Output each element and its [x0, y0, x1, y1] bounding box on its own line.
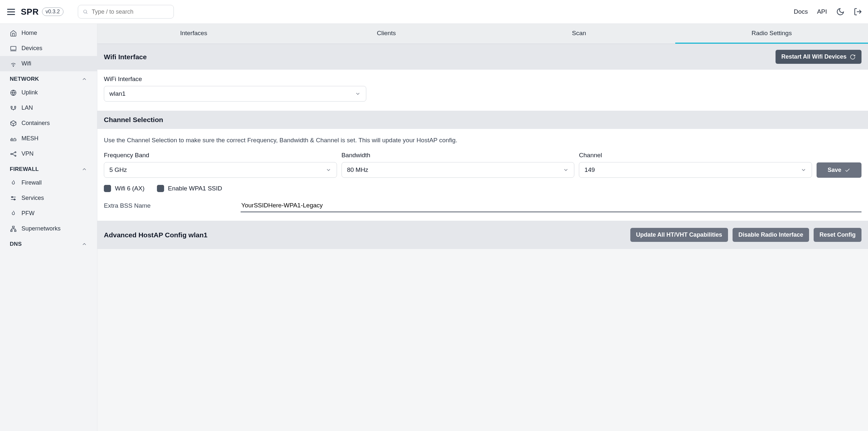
- logout-button[interactable]: [854, 7, 862, 16]
- main-content: Interfaces Clients Scan Radio Settings W…: [97, 24, 868, 431]
- flame-icon: [10, 179, 17, 187]
- search-box[interactable]: [78, 5, 174, 19]
- wpa1-label: Enable WPA1 SSID: [168, 185, 222, 192]
- svg-rect-20: [14, 230, 16, 232]
- search-icon: [83, 9, 88, 14]
- svg-point-0: [83, 10, 86, 13]
- save-button[interactable]: Save: [816, 162, 862, 178]
- svg-rect-19: [11, 230, 12, 232]
- sidebar-item-label: Home: [22, 30, 37, 36]
- svg-rect-18: [12, 226, 14, 227]
- sidebar: Home Devices Wifi NETWORK Uplink LAN Con…: [0, 24, 97, 431]
- svg-point-5: [13, 66, 14, 66]
- svg-point-11: [11, 153, 12, 155]
- network-icon: [10, 150, 17, 158]
- docs-link[interactable]: Docs: [794, 8, 808, 15]
- bandwidth-select[interactable]: 80 MHz: [342, 162, 575, 178]
- reset-config-button[interactable]: Reset Config: [814, 228, 862, 242]
- chevron-down-icon: [563, 167, 569, 173]
- tab-scan[interactable]: Scan: [483, 24, 676, 43]
- svg-point-13: [15, 155, 16, 156]
- sidebar-item-lan[interactable]: LAN: [0, 100, 97, 116]
- sidebar-item-services[interactable]: Services: [0, 190, 97, 206]
- channel-value: 149: [584, 166, 595, 174]
- channel-selection-hint: Use the Channel Selection to make sure t…: [97, 129, 868, 152]
- check-icon: [844, 167, 850, 173]
- sitemap-icon: [10, 225, 17, 233]
- advanced-buttons: Update All HT/VHT Capabilities Disable R…: [630, 228, 862, 242]
- update-capabilities-button[interactable]: Update All HT/VHT Capabilities: [630, 228, 728, 242]
- theme-toggle-button[interactable]: [836, 7, 844, 16]
- frequency-band-value: 5 GHz: [110, 166, 127, 174]
- disable-radio-button[interactable]: Disable Radio Interface: [733, 228, 809, 242]
- sidebar-item-label: Firewall: [22, 179, 42, 186]
- sidebar-item-vpn[interactable]: VPN: [0, 146, 97, 161]
- tab-clients[interactable]: Clients: [290, 24, 483, 43]
- sidebar-section-dns[interactable]: DNS: [0, 236, 97, 250]
- channel-selection-row: Frequency Band 5 GHz Bandwidth 80 MHz: [97, 152, 868, 185]
- sidebar-item-label: VPN: [22, 150, 34, 157]
- sidebar-item-label: LAN: [22, 104, 33, 111]
- chevron-up-icon: [82, 76, 87, 82]
- save-label: Save: [828, 167, 841, 174]
- wifi6-label: Wifi 6 (AX): [115, 185, 145, 192]
- extra-bss-label: Extra BSS Name: [104, 202, 227, 209]
- checkbox-box: [157, 185, 164, 192]
- bandwidth-value: 80 MHz: [347, 166, 368, 174]
- refresh-icon: [850, 54, 856, 60]
- wifi6-checkbox[interactable]: Wifi 6 (AX): [104, 185, 145, 192]
- checkbox-row: Wifi 6 (AX) Enable WPA1 SSID: [97, 185, 868, 199]
- sidebar-item-mesh[interactable]: MESH: [0, 131, 97, 146]
- sidebar-section-label: FIREWALL: [10, 166, 39, 173]
- sidebar-item-label: Services: [22, 195, 44, 202]
- hamburger-menu-button[interactable]: [6, 7, 16, 16]
- home-icon: [10, 30, 17, 37]
- sidebar-item-supernetworks[interactable]: Supernetworks: [0, 221, 97, 236]
- tab-radio-settings[interactable]: Radio Settings: [675, 24, 868, 43]
- wifi-interface-header: Wifi Interface Restart All Wifi Devices: [97, 44, 868, 70]
- chevron-down-icon: [326, 167, 332, 173]
- box-icon: [10, 120, 17, 127]
- laptop-icon: [10, 45, 17, 52]
- wifi-interface-title: Wifi Interface: [104, 53, 147, 61]
- restart-wifi-button[interactable]: Restart All Wifi Devices: [776, 50, 862, 64]
- topbar: SPR v0.3.2 Docs API: [0, 0, 868, 24]
- search-input[interactable]: [91, 8, 169, 16]
- wifi-interface-label: WiFi Interface: [104, 75, 862, 83]
- sidebar-item-containers[interactable]: Containers: [0, 116, 97, 131]
- svg-rect-3: [11, 46, 16, 50]
- svg-point-10: [13, 140, 13, 140]
- globe-icon: [10, 89, 17, 96]
- extra-bss-input[interactable]: [241, 199, 862, 212]
- sidebar-item-label: Uplink: [22, 89, 38, 96]
- sidebar-section-firewall[interactable]: FIREWALL: [0, 161, 97, 175]
- sidebar-item-wifi[interactable]: Wifi: [0, 56, 97, 71]
- sliders-icon: [10, 195, 17, 202]
- version-badge: v0.3.2: [42, 7, 63, 16]
- frequency-band-label: Frequency Band: [104, 152, 337, 159]
- advanced-hostap-bar: Advanced HostAP Config wlan1 Update All …: [97, 221, 868, 249]
- sidebar-item-pfw[interactable]: PFW: [0, 206, 97, 221]
- frequency-band-select[interactable]: 5 GHz: [104, 162, 337, 178]
- checkbox-box: [104, 185, 111, 192]
- wpa1-checkbox[interactable]: Enable WPA1 SSID: [157, 185, 222, 192]
- tab-interfaces[interactable]: Interfaces: [97, 24, 290, 43]
- tabs: Interfaces Clients Scan Radio Settings: [97, 24, 868, 44]
- sidebar-section-network[interactable]: NETWORK: [0, 71, 97, 85]
- sidebar-item-label: MESH: [22, 135, 38, 142]
- sidebar-item-home[interactable]: Home: [0, 25, 97, 41]
- extra-bss-row: Extra BSS Name: [97, 199, 868, 221]
- chevron-down-icon: [355, 91, 361, 97]
- sidebar-item-label: Devices: [22, 45, 42, 52]
- chevron-up-icon: [82, 241, 87, 247]
- sidebar-item-firewall[interactable]: Firewall: [0, 175, 97, 190]
- sidebar-item-devices[interactable]: Devices: [0, 41, 97, 56]
- channel-select[interactable]: 149: [579, 162, 812, 178]
- chevron-down-icon: [801, 167, 806, 173]
- api-link[interactable]: API: [817, 8, 827, 15]
- sidebar-item-uplink[interactable]: Uplink: [0, 85, 97, 100]
- channel-label: Channel: [579, 152, 812, 159]
- wifi-interface-select[interactable]: wlan1: [104, 86, 366, 101]
- lan-icon: [10, 104, 17, 112]
- bandwidth-label: Bandwidth: [342, 152, 575, 159]
